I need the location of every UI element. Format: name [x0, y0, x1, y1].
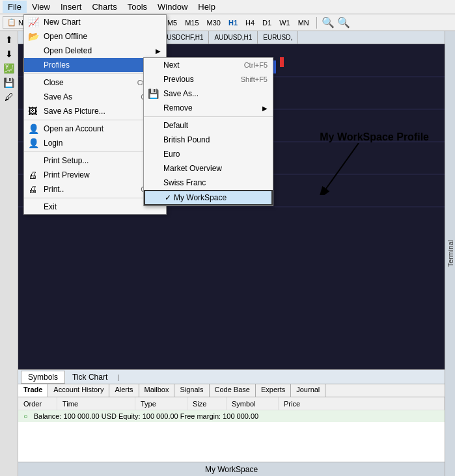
terminal-tab-journal[interactable]: Journal — [291, 384, 325, 397]
svg-rect-21 — [272, 60, 276, 73]
timeframe-m30[interactable]: M30 — [204, 18, 223, 27]
timeframe-w1[interactable]: W1 — [277, 18, 293, 27]
nav-icon-5[interactable]: 🖊 — [2, 90, 16, 104]
menu-item-save-as-picture[interactable]: 🖼 Save As Picture... — [24, 104, 166, 118]
col-type: Type — [135, 397, 187, 410]
terminal-tab-trade[interactable]: Trade — [18, 384, 48, 397]
left-nav-panel: ⬆ ⬇ 💹 💾 🖊 — [0, 31, 18, 476]
terminal-columns: Order Time Type Size Symbol Price — [18, 397, 445, 410]
svg-rect-26 — [210, 139, 214, 165]
open-offline-icon: 📂 — [28, 31, 39, 42]
col-symbol: Symbol — [227, 397, 279, 410]
menu-item-close[interactable]: Close Ctrl+F4 — [24, 75, 166, 90]
menu-insert[interactable]: Insert — [55, 1, 87, 13]
terminal-tab-code-base[interactable]: Code Base — [210, 384, 256, 397]
svg-rect-17 — [249, 83, 253, 116]
chart-tab-eurusd-2[interactable]: EURUSD, — [258, 31, 298, 44]
statusbar: My WorkSpace — [18, 462, 445, 476]
balance-text: Balance: 100 000.00 USD Equity: 100 000.… — [34, 412, 259, 420]
zoom-in-icon[interactable]: 🔍 — [322, 16, 335, 29]
terminal-tab-alerts[interactable]: Alerts — [109, 384, 139, 397]
close-shortcut: Ctrl+F4 — [137, 79, 161, 86]
timeframe-h4[interactable]: H4 — [243, 18, 257, 27]
menu-charts[interactable]: Charts — [87, 1, 122, 13]
svg-rect-14 — [225, 93, 229, 112]
col-size: Size — [187, 397, 227, 410]
nav-icon-1[interactable]: ⬆ — [2, 33, 16, 47]
new-chart-icon: 📈 — [28, 17, 39, 27]
nav-icon-2[interactable]: ⬇ — [2, 47, 16, 61]
menu-item-print-preview[interactable]: 🖨 Print Preview — [24, 168, 166, 182]
menu-item-open-deleted[interactable]: Open Deleted ▶ — [24, 44, 166, 58]
menu-sep-3 — [24, 152, 166, 152]
svg-rect-15 — [233, 86, 237, 112]
terminal-area: Trade Account History Alerts Mailbox Sig… — [18, 384, 445, 462]
terminal-tabs: Trade Account History Alerts Mailbox Sig… — [18, 384, 445, 397]
print-icon: 🖨 — [28, 184, 37, 194]
col-time: Time — [57, 397, 135, 410]
save-picture-icon: 🖼 — [28, 106, 37, 116]
zoom-out-icon[interactable]: 🔍 — [337, 16, 350, 29]
chart-tab-usdchf-h1[interactable]: USDCHF,H1 — [161, 31, 209, 44]
menu-item-save-as[interactable]: Save As Ctrl+S — [24, 90, 166, 104]
menu-item-login[interactable]: 👤 Login — [24, 136, 166, 150]
menu-help[interactable]: Help — [193, 1, 221, 13]
menu-item-new-chart[interactable]: 📈 New Chart — [24, 15, 166, 29]
timeframe-h1[interactable]: H1 — [226, 18, 240, 27]
account-icon: 👤 — [28, 124, 39, 134]
menu-item-profiles[interactable]: Profiles ▶ — [24, 58, 166, 72]
terminal-tab-mailbox[interactable]: Mailbox — [139, 384, 175, 397]
print-preview-icon: 🖨 — [28, 170, 37, 180]
menubar: File View Insert Charts Tools Window Hel… — [0, 0, 455, 14]
svg-rect-28 — [225, 132, 229, 155]
new-order-icon: 📋 — [7, 18, 16, 27]
svg-rect-30 — [241, 142, 245, 155]
menu-file[interactable]: File — [3, 1, 27, 13]
svg-rect-27 — [217, 145, 221, 161]
panel-tabs: Symbols Tick Chart | — [18, 369, 445, 384]
svg-rect-31 — [249, 139, 253, 155]
svg-rect-22 — [280, 57, 284, 67]
balance-indicator: ○ — [23, 412, 28, 420]
menu-item-print[interactable]: 🖨 Print.. Ctrl+P — [24, 182, 166, 196]
menu-sep-1 — [24, 73, 166, 74]
open-deleted-arrow: ▶ — [156, 47, 161, 55]
print-shortcut: Ctrl+P — [141, 185, 161, 193]
terminal-tab-signals[interactable]: Signals — [174, 384, 209, 397]
timeframe-mn[interactable]: MN — [296, 18, 312, 27]
nav-icon-4[interactable]: 💾 — [2, 75, 16, 90]
profiles-arrow: ▶ — [156, 62, 161, 69]
terminal-label: Terminal — [447, 240, 454, 267]
svg-rect-20 — [264, 64, 268, 80]
save-as-shortcut: Ctrl+S — [141, 93, 161, 101]
timeframe-m5[interactable]: M5 — [165, 18, 180, 27]
svg-rect-29 — [233, 135, 237, 155]
menu-item-open-account[interactable]: 👤 Open an Account — [24, 122, 166, 136]
col-price: Price — [279, 397, 445, 410]
login-icon: 👤 — [28, 138, 39, 148]
menu-sep-4 — [24, 198, 166, 198]
menu-item-exit[interactable]: Exit — [24, 200, 166, 214]
menu-view[interactable]: View — [27, 1, 55, 13]
svg-rect-25 — [202, 148, 206, 168]
menu-window[interactable]: Window — [152, 1, 193, 13]
toolbar-separator-3 — [316, 17, 317, 29]
menu-tools[interactable]: Tools — [122, 1, 152, 13]
terminal-tab-experts[interactable]: Experts — [256, 384, 291, 397]
col-order: Order — [18, 397, 57, 410]
menu-item-print-setup[interactable]: Print Setup... — [24, 153, 166, 168]
statusbar-text: My WorkSpace — [205, 465, 258, 474]
file-dropdown: 📈 New Chart 📂 Open Offline Open Deleted … — [23, 14, 167, 215]
menu-item-open-offline[interactable]: 📂 Open Offline — [24, 29, 166, 44]
balance-row: ○ Balance: 100 000.00 USD Equity: 100 00… — [18, 410, 445, 422]
menu-sep-2 — [24, 120, 166, 120]
terminal-sidebar: Terminal — [445, 31, 455, 476]
panel-tab-symbols[interactable]: Symbols — [21, 371, 65, 384]
chart-tab-audusd-h1[interactable]: AUDUSD,H1 — [209, 31, 258, 44]
nav-icon-3[interactable]: 💹 — [2, 61, 16, 75]
panel-tab-tick-chart[interactable]: Tick Chart — [65, 371, 115, 384]
timeframe-m15[interactable]: M15 — [182, 18, 201, 27]
terminal-tab-account-history[interactable]: Account History — [48, 384, 109, 397]
timeframe-d1[interactable]: D1 — [260, 18, 274, 27]
svg-rect-16 — [241, 77, 245, 99]
